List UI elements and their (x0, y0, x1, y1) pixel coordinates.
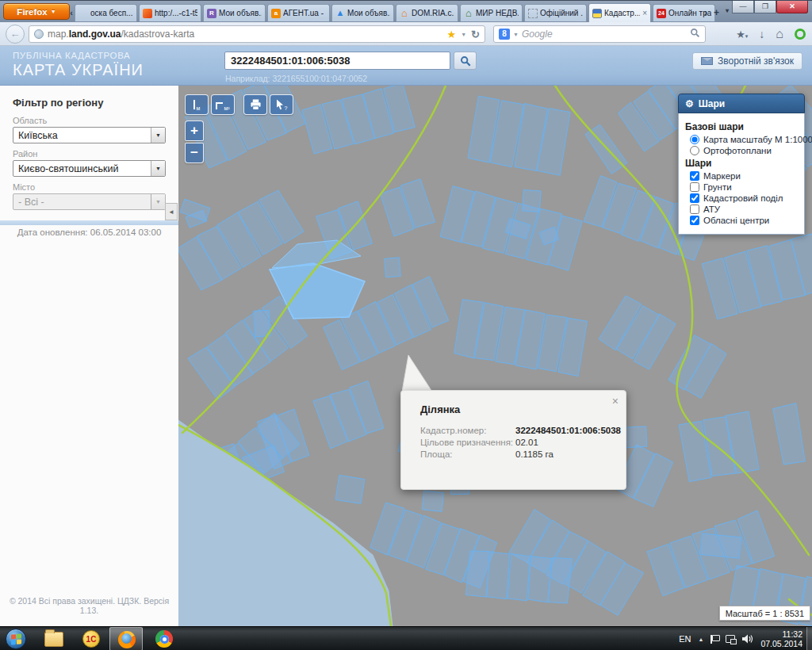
engine-dropdown-icon[interactable]: ▼ (513, 32, 519, 37)
browser-tab[interactable]: ▲Мои объяв... (331, 4, 394, 21)
layer-option[interactable]: Обласні центри (690, 216, 798, 225)
action-center-flag-icon[interactable] (710, 635, 718, 644)
browser-tab[interactable]: ⌂DOM.RIA.c... (396, 4, 458, 21)
identify-button[interactable]: ? (270, 94, 293, 115)
row-label: Площа: (420, 449, 515, 459)
language-indicator[interactable]: EN (679, 634, 691, 644)
measure-area-button[interactable]: м² (211, 94, 235, 115)
reload-icon[interactable]: ↻ (471, 29, 480, 40)
home-icon[interactable]: ⌂ (776, 28, 783, 40)
layer-label[interactable]: Кадастровий поділ (703, 193, 783, 203)
browser-tab[interactable]: http:/...-c1-t5 (139, 4, 201, 21)
layer-option[interactable]: Грунти (690, 182, 798, 192)
search-magnifier-icon[interactable] (690, 27, 700, 41)
time-text: 11:32 (783, 629, 803, 639)
back-button[interactable]: ← (6, 25, 25, 44)
browser-navbar: ← map.land.gov.ua/kadastrova-karta ★ ▼ ↻… (0, 22, 812, 46)
browser-tab[interactable]: aАГЕНТ.ua - ... (267, 4, 330, 21)
base-layer-label[interactable]: Ортофотоплани (703, 146, 772, 155)
layer-label[interactable]: АТУ (703, 205, 720, 214)
browser-tab[interactable]: оска бесп... (75, 4, 137, 21)
cadastral-map[interactable]: м м² ? + − ⚙ Шари Базові шари (178, 86, 812, 626)
misto-value: - Всі - (13, 197, 151, 208)
favicon-icon (143, 9, 152, 18)
checkbox-oblast-centers[interactable] (690, 216, 699, 225)
tab-close-icon[interactable]: × (642, 10, 647, 17)
firefox-menu-label: Firefox (17, 7, 47, 17)
browser-tab[interactable]: Офіційний ... (524, 4, 587, 21)
browser-tab[interactable]: ⌂МИР НЕДВ... (460, 4, 523, 21)
measure-length-button[interactable]: м (185, 94, 209, 115)
bookmark-star-icon[interactable]: ★ (447, 29, 457, 40)
tab-strip: оска бесп... http:/...-c1-t5 RМои объяв.… (75, 4, 717, 23)
checkbox-atu[interactable] (690, 205, 699, 214)
cadastral-number-value: 3222484501:01:006:5038 (515, 426, 621, 435)
google-engine-icon[interactable]: 8 (499, 29, 510, 40)
base-layer-option[interactable]: Карта масштабу М 1:100000 (690, 135, 798, 144)
tray-expand-icon[interactable]: ▲ (699, 637, 704, 642)
window-maximize-button[interactable]: ❐ (754, 1, 776, 13)
radio-map-scale[interactable] (690, 135, 699, 144)
chevron-down-icon[interactable]: ▼ (151, 161, 165, 176)
row-label: Кадастр.номер: (420, 426, 515, 435)
addon-icon[interactable] (795, 29, 806, 40)
popup-tail (402, 355, 434, 392)
web-search-box[interactable]: 8 ▼ Google (493, 25, 706, 43)
rayon-select[interactable]: Києво-святошинський ▼ (13, 160, 166, 177)
chrome-taskbar-icon[interactable] (155, 630, 173, 648)
radio-orthophoto[interactable] (690, 146, 699, 155)
tab-scroll-right[interactable]: › (704, 7, 707, 18)
base-layer-label[interactable]: Карта масштабу М 1:100000 (703, 135, 812, 144)
explorer-taskbar-icon[interactable] (44, 632, 63, 647)
speaker-icon[interactable] (742, 634, 753, 644)
url-dropdown-icon[interactable]: ▼ (461, 32, 466, 37)
firefox-menu-button[interactable]: Firefox ▼ (3, 3, 70, 20)
parcel-info-popup: × Ділянка Кадастр.номер: 3222484501:01:0… (400, 390, 626, 490)
unit-label: м (197, 105, 201, 111)
gear-icon: ⚙ (685, 98, 694, 109)
layer-option[interactable]: Маркери (690, 171, 798, 181)
browser-tab[interactable]: RМои объяв... (203, 4, 266, 21)
oblast-select[interactable]: Київська ▼ (13, 127, 166, 143)
feedback-label: Зворотній зв'язок (718, 55, 794, 67)
downloads-icon[interactable]: ↓ (759, 29, 764, 40)
window-minimize-button[interactable]: — (732, 1, 754, 13)
show-desktop-button[interactable] (806, 627, 812, 650)
checkbox-cadastral-division[interactable] (690, 193, 699, 203)
sidebar-collapse-button[interactable]: ◄ (165, 203, 178, 220)
browser-tab-active-kadastr[interactable]: Кадастр...× (588, 3, 651, 22)
tab-label: Кадастр... (604, 9, 640, 17)
tab-scroll-left[interactable]: ‹ (68, 7, 75, 18)
layer-option[interactable]: Кадастровий поділ (690, 193, 798, 203)
window-close-button[interactable]: ✕ (776, 1, 808, 13)
row-label: Цільове призначення: (420, 438, 515, 447)
cadastral-search-button[interactable] (454, 52, 477, 70)
popup-title: Ділянка (420, 403, 460, 415)
firefox-taskbar-button-active[interactable] (109, 627, 143, 650)
date-text: 07.05.2014 (760, 639, 802, 648)
checkbox-soils[interactable] (690, 182, 699, 192)
feedback-button[interactable]: Зворотній зв'язок (692, 52, 802, 70)
zoom-out-button[interactable]: − (185, 143, 204, 163)
base-layer-option[interactable]: Ортофотоплани (690, 146, 798, 155)
network-icon[interactable] (726, 635, 735, 643)
zoom-in-button[interactable]: + (185, 120, 204, 141)
close-icon[interactable]: × (612, 396, 619, 407)
tab-list-caret-icon[interactable]: ▾ (726, 7, 729, 18)
tab-label: http:/...-c1-t5 (155, 9, 197, 17)
new-tab-button[interactable]: + (714, 7, 719, 18)
url-bar[interactable]: map.land.gov.ua/kadastrova-karta ★ ▼ ↻ (29, 25, 485, 43)
layers-panel-header[interactable]: ⚙ Шари (678, 94, 805, 113)
start-button[interactable] (6, 629, 26, 649)
layer-label[interactable]: Обласні центри (703, 216, 769, 225)
layer-option[interactable]: АТУ (690, 205, 798, 214)
layer-label[interactable]: Грунти (703, 182, 732, 192)
layer-label[interactable]: Маркери (703, 171, 741, 181)
onec-taskbar-icon[interactable]: 1С (82, 630, 100, 648)
print-button[interactable] (243, 94, 267, 115)
clock[interactable]: 11:32 07.05.2014 (760, 629, 802, 648)
bookmarks-menu-icon[interactable]: ★▾ (736, 29, 748, 40)
cadastral-number-input[interactable] (224, 52, 450, 70)
chevron-down-icon[interactable]: ▼ (151, 128, 165, 143)
checkbox-markers[interactable] (690, 171, 699, 181)
